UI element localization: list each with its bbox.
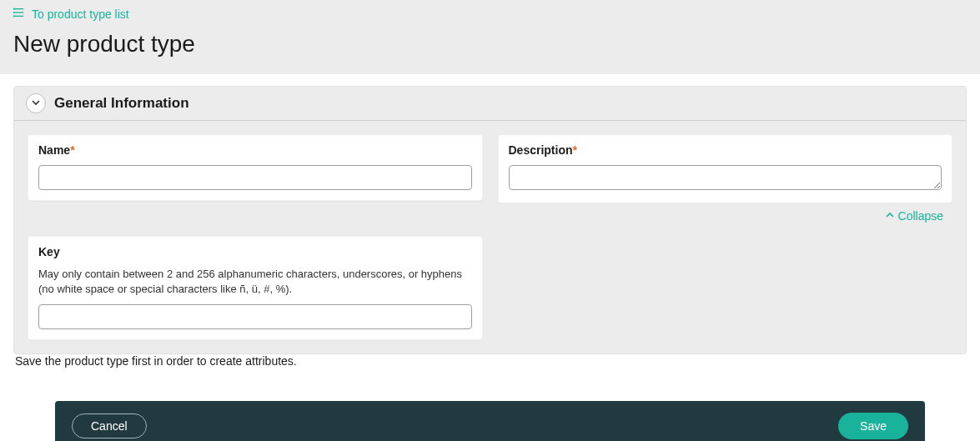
- attributes-save-note: Save the product type first in order to …: [13, 354, 967, 368]
- action-bar: Cancel Save: [55, 401, 925, 441]
- description-card: Description* Collapse: [498, 134, 953, 203]
- list-icon: [13, 7, 25, 21]
- description-label-text: Description: [509, 143, 573, 157]
- left-column: Name* Key May only contain between 2 and…: [28, 134, 483, 340]
- chevron-up-icon: [885, 209, 895, 223]
- action-bar-wrap: Cancel Save: [13, 368, 967, 441]
- description-collapse-link[interactable]: Collapse: [885, 209, 943, 223]
- panels-area: General Information Name* Key May only c…: [0, 74, 980, 441]
- description-label: Description*: [509, 143, 577, 157]
- name-label: Name*: [38, 143, 75, 157]
- key-input[interactable]: [38, 304, 472, 329]
- collapse-label: Collapse: [898, 209, 943, 223]
- description-input[interactable]: [509, 165, 942, 190]
- key-label: Key: [38, 245, 60, 258]
- back-to-list-link[interactable]: To product type list: [13, 7, 129, 21]
- general-information-panel: General Information Name* Key May only c…: [13, 86, 967, 354]
- panel-collapse-toggle[interactable]: [26, 93, 46, 113]
- name-card: Name*: [28, 134, 483, 201]
- chevron-down-icon: [31, 97, 41, 110]
- svg-point-5: [13, 16, 14, 17]
- right-column: Description* Collapse: [498, 134, 953, 225]
- required-marker: *: [70, 143, 74, 157]
- key-card: Key May only contain between 2 and 256 a…: [28, 236, 483, 340]
- back-link-label: To product type list: [32, 8, 129, 21]
- cancel-button[interactable]: Cancel: [72, 413, 147, 438]
- page-header: To product type list New product type: [0, 0, 980, 74]
- panel-body: Name* Key May only contain between 2 and…: [14, 121, 966, 353]
- save-button[interactable]: Save: [838, 413, 908, 439]
- panel-title: General Information: [54, 95, 189, 112]
- main-viewport[interactable]: To product type list New product type Ge…: [0, 0, 980, 441]
- name-input[interactable]: [38, 165, 472, 190]
- key-hint: May only contain between 2 and 256 alpha…: [38, 267, 472, 296]
- panel-header: General Information: [14, 87, 966, 121]
- svg-point-4: [13, 13, 14, 13]
- svg-point-3: [13, 8, 14, 9]
- required-marker: *: [573, 143, 577, 157]
- page-title: New product type: [13, 31, 967, 58]
- name-label-text: Name: [38, 143, 70, 157]
